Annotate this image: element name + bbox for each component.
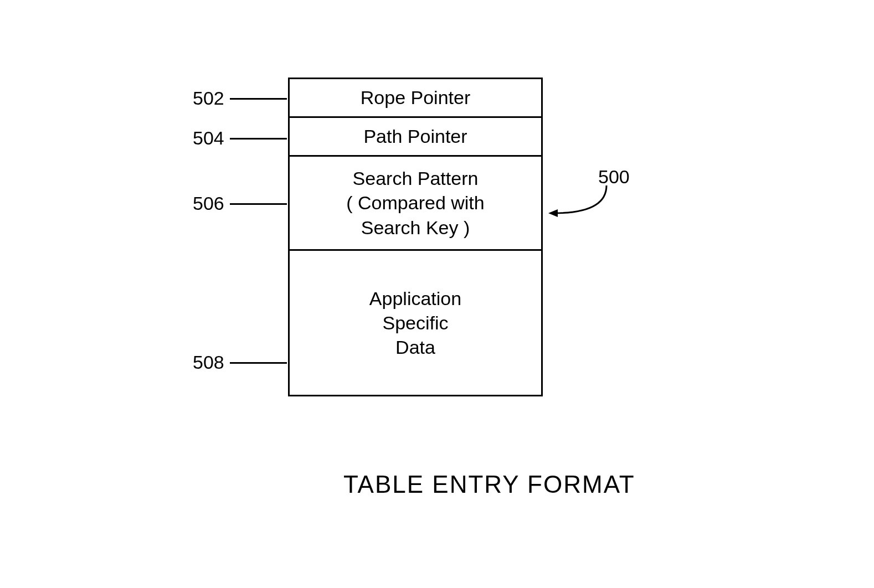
row-path-pointer: Path Pointer [290,118,541,157]
svg-marker-0 [548,209,558,217]
table-box: Rope Pointer Path Pointer Search Pattern… [288,78,543,396]
diagram-title: TABLE ENTRY FORMAT [343,471,635,498]
row-rope-pointer: Rope Pointer [290,79,541,118]
leader-line-508 [230,362,287,364]
row-app-data-line1: Application [369,286,461,311]
reference-506: 506 [193,193,224,214]
curved-arrow-500 [546,183,612,227]
row-app-data-line2: Specific [382,311,448,335]
row-search-pattern-line1: Search Pattern [353,166,479,190]
row-rope-pointer-label: Rope Pointer [361,85,470,110]
row-app-specific-data: Application Specific Data [290,251,541,395]
row-search-pattern-line3: Search Key ) [361,215,470,240]
table-entry-diagram: Rope Pointer Path Pointer Search Pattern… [288,78,543,396]
row-path-pointer-label: Path Pointer [363,124,467,148]
row-search-pattern: Search Pattern ( Compared with Search Ke… [290,157,541,251]
leader-line-506 [230,203,287,205]
reference-502: 502 [193,87,224,109]
reference-508: 508 [193,352,224,373]
row-search-pattern-line2: ( Compared with [346,190,484,215]
reference-504: 504 [193,127,224,149]
row-app-data-line3: Data [395,335,435,359]
leader-line-504 [230,138,287,140]
leader-line-502 [230,98,287,100]
